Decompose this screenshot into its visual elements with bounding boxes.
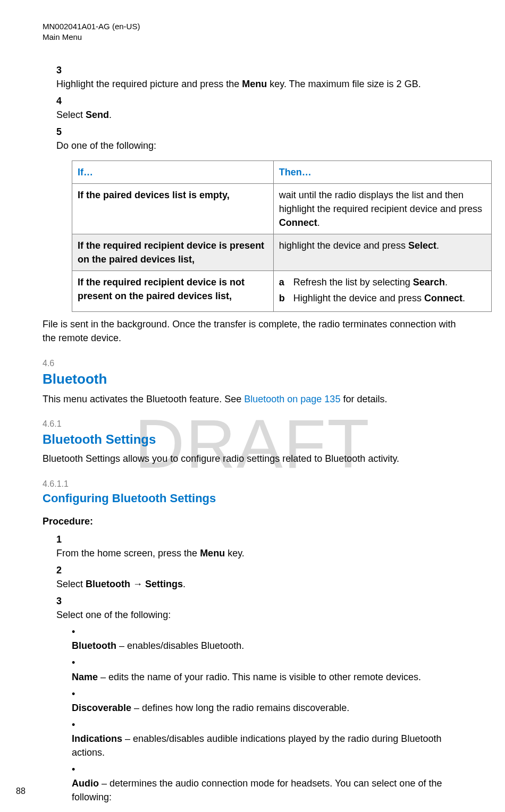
bold-fragment: Name (72, 672, 98, 682)
step-number: 2 (56, 563, 69, 577)
text-fragment: – determines the audio connection mode f… (72, 778, 442, 802)
text-fragment: . (317, 217, 320, 228)
bold-fragment: Menu (200, 548, 225, 559)
step-text: Select Bluetooth → Settings. (56, 577, 450, 591)
section-paragraph: Bluetooth Settings allows you to configu… (43, 452, 462, 466)
heading-bluetooth: Bluetooth (43, 369, 462, 390)
bullet-text: Name – edits the name of your radio. Thi… (72, 670, 465, 684)
bold-fragment: Search (413, 277, 445, 287)
table-row: If the required recipient device is not … (72, 271, 492, 312)
step-5: 5 Do one of the following: (56, 125, 462, 153)
table-row: If the paired devices list is empty, wai… (72, 183, 492, 234)
page-number: 88 (16, 786, 26, 796)
bullet-text: Audio – determines the audio connection … (72, 776, 465, 804)
bold-fragment: If the paired devices list is empty, (78, 190, 230, 200)
sub-bullet-power-optimized: • Power Optimized – the Bluetooth audio … (85, 807, 462, 812)
bullet-audio: • Audio – determines the audio connectio… (72, 763, 462, 804)
bullet-text: Discoverable – defines how long the radi… (72, 701, 465, 715)
header-if: If… (72, 160, 274, 183)
text-fragment: Select one of the following: (56, 610, 171, 620)
sub-label: b (279, 291, 291, 305)
text-fragment: Do one of the following: (56, 140, 156, 151)
page-header: MN002041A01-AG (en-US) Main Menu (43, 21, 462, 42)
after-table-paragraph: File is sent in the background. Once the… (43, 317, 462, 345)
step-4: 4 Select Send. (56, 94, 462, 122)
bullet-indications: • Indications – enables/disables audible… (72, 718, 462, 759)
bold-fragment: Bluetooth (72, 640, 116, 651)
text-fragment: Highlight the required picture and press… (56, 79, 242, 89)
cell-if: If the required recipient device is not … (72, 271, 274, 312)
bold-fragment: Send (86, 109, 109, 120)
text-fragment: Highlight the device and press (293, 293, 424, 303)
condition-table: If… Then… If the paired devices list is … (72, 160, 492, 312)
proc-step-1: 1 From the home screen, press the Menu k… (56, 532, 462, 560)
bullet-bluetooth: • Bluetooth – enables/disables Bluetooth… (72, 625, 462, 653)
sub-text: Highlight the device and press Connect. (293, 291, 469, 305)
text-fragment: – enables/disables audible indications p… (72, 733, 441, 758)
text-fragment: . (462, 293, 465, 303)
bullet-discoverable: • Discoverable – defines how long the ra… (72, 687, 462, 715)
text-fragment: for details. (340, 394, 387, 404)
bullet-dot: • (72, 656, 83, 670)
text-fragment: . (183, 579, 186, 589)
section-number: 4.6.1.1 (43, 478, 462, 490)
cell-then: wait until the radio displays the list a… (273, 183, 491, 234)
step-text: From the home screen, press the Menu key… (56, 546, 450, 560)
cell-if: If the required recipient device is pres… (72, 234, 274, 270)
cell-then: a Refresh the list by selecting Search. … (273, 271, 491, 312)
step-text: Select Send. (56, 108, 450, 122)
heading-bluetooth-settings: Bluetooth Settings (43, 430, 462, 449)
bullet-dot: • (85, 807, 97, 812)
bold-fragment: If the required recipient device is pres… (78, 240, 264, 265)
text-fragment: – edits the name of your radio. This nam… (98, 672, 421, 682)
bold-fragment: Indications (72, 733, 122, 744)
bold-fragment: If the required recipient device is not … (78, 277, 245, 301)
main-content: 3 Highlight the required picture and pre… (43, 63, 462, 812)
bold-fragment: Select (408, 240, 436, 251)
bullet-dot: • (72, 763, 83, 776)
text-fragment: – defines how long the radio remains dis… (131, 703, 349, 713)
bullet-text: Bluetooth – enables/disables Bluetooth. (72, 639, 465, 653)
section-name: Main Menu (43, 32, 462, 43)
bold-fragment: Connect (279, 217, 317, 228)
section-number: 4.6.1 (43, 418, 462, 430)
bullet-text: Indications – enables/disables audible i… (72, 732, 465, 759)
proc-step-2: 2 Select Bluetooth → Settings. (56, 563, 462, 591)
bold-fragment: Bluetooth (86, 579, 130, 589)
table-header-row: If… Then… (72, 160, 492, 183)
text-fragment: Select (56, 109, 86, 120)
step-text: Select one of the following: (56, 608, 450, 622)
text-fragment: key. (225, 548, 245, 559)
text-fragment: Refresh the list by selecting (293, 277, 413, 287)
step-number: 3 (56, 594, 69, 608)
text-fragment: . (436, 240, 439, 251)
bold-fragment: Discoverable (72, 703, 131, 713)
section-number: 4.6 (43, 357, 462, 369)
doc-id: MN002041A01-AG (en-US) (43, 21, 462, 32)
bullet-dot: • (72, 625, 83, 639)
text-fragment: From the home screen, press the (56, 548, 200, 559)
bold-fragment: Settings (145, 579, 183, 589)
link-bluetooth-page[interactable]: Bluetooth on page 135 (244, 394, 340, 404)
bold-fragment: Menu (242, 79, 267, 89)
text-fragment: . (445, 277, 448, 287)
step-text: Highlight the required picture and press… (56, 77, 450, 91)
text-fragment: . (109, 109, 112, 120)
step-number: 1 (56, 532, 69, 546)
text-fragment: key. The maximum file size is 2 GB. (267, 79, 420, 89)
sub-label: a (279, 275, 291, 289)
step-3: 3 Highlight the required picture and pre… (56, 63, 462, 91)
procedure-label: Procedure: (43, 514, 462, 528)
proc-step-3: 3 Select one of the following: (56, 594, 462, 622)
sub-step-b: b Highlight the device and press Connect… (279, 291, 486, 305)
text-fragment: Select (56, 579, 86, 589)
bullet-name: • Name – edits the name of your radio. T… (72, 656, 462, 683)
text-fragment: wait until the radio displays the list a… (279, 190, 482, 214)
header-then: Then… (273, 160, 491, 183)
cell-if: If the paired devices list is empty, (72, 183, 274, 234)
text-fragment: – enables/disables Bluetooth. (116, 640, 244, 651)
section-paragraph: This menu activates the Bluetooth featur… (43, 392, 462, 406)
bold-fragment: Connect (424, 293, 462, 303)
step-text: Do one of the following: (56, 139, 450, 153)
heading-configuring-bluetooth: Configuring Bluetooth Settings (43, 490, 462, 507)
